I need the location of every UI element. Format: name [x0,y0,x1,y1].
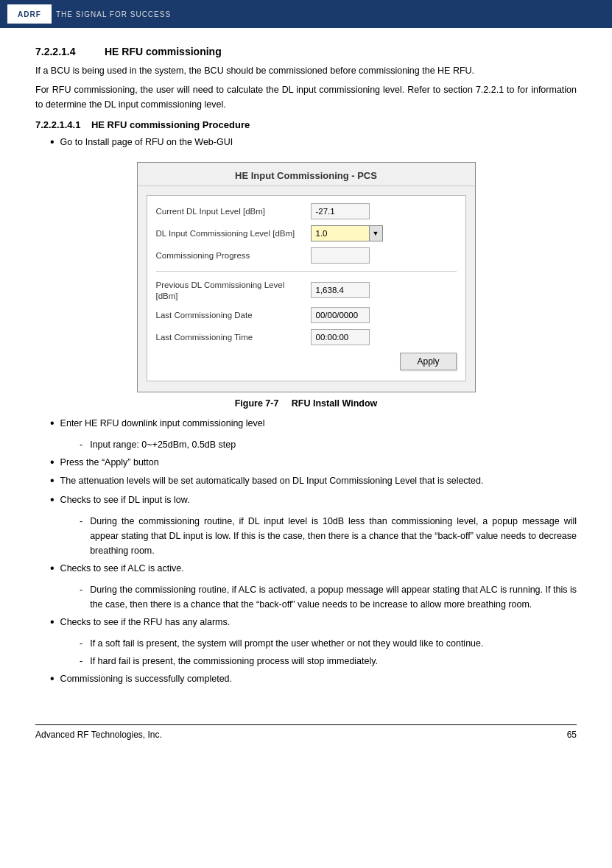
dash-list-3: During the commissioning routine, if ALC… [80,582,577,612]
figure-caption: Figure 7-7 RFU Install Window [235,398,378,409]
bullet-item-1: Go to Install page of RFU on the Web-GUI [50,135,577,150]
section-heading: 7.2.2.1.4 HE RFU commissioning [35,46,577,57]
section-para1: If a BCU is being used in the system, th… [35,63,577,78]
bullet-list-6: Checks to see if ALC is active. [50,561,577,576]
section-title: HE RFU commissioning [105,46,222,57]
dash-item-3: During the commissioning routine, if ALC… [80,582,577,612]
secondary-bullet-list: Enter HE RFU downlink input commissionin… [50,416,577,431]
footer-page: 65 [567,730,577,740]
bullet-list-7: Checks to see if the RFU has any alarms. [50,615,577,630]
subsection-number: 7.2.2.1.4.1 [35,119,80,130]
rfu-dropdown-arrow[interactable]: ▼ [370,225,383,241]
dash-item-5: If hard fail is present, the commissioni… [80,654,577,668]
rfu-row-dl-commission: DL Input Commissioning Level [dBm] 1.0 ▼ [156,225,457,241]
rfu-row-last-time: Last Commissioning Time 00:00:00 [156,329,457,345]
rfu-value-last-date: 00/00/0000 [311,307,370,323]
main-content: 7.2.2.1.4 HE RFU commissioning If a BCU … [0,28,612,710]
bullet-list-8: Commissioning is successfully completed. [50,671,577,687]
bullet-item-2-text: Enter HE RFU downlink input commissionin… [60,416,265,431]
rfu-row-last-date: Last Commissioning Date 00/00/0000 [156,307,457,323]
section-number: 7.2.2.1.4 [35,46,87,57]
rfu-window-title: HE Input Commissioning - PCS [138,170,475,186]
rfu-separator [156,271,457,272]
logo-tagline: THE SIGNAL FOR SUCCESS [56,10,171,18]
dash-list-4: If a soft fail is present, the system wi… [80,636,577,668]
main-bullet-list: Go to Install page of RFU on the Web-GUI [50,135,577,150]
dash-item-5-text: If hard fail is present, the commissioni… [90,654,378,668]
logo-box: ADRF [7,4,52,24]
rfu-value-dl-commission-container: 1.0 ▼ [311,225,383,241]
bullet-item-3-text: Press the “Apply” button [60,455,159,470]
rfu-row-current-dl: Current DL Input Level [dBm] -27.1 [156,203,457,219]
rfu-label-prev-dl: Previous DL Commissioning Level [156,280,285,289]
footer-company: Advanced RF Technologies, Inc. [35,730,162,740]
dash-item-1: Input range: 0~+25dBm, 0.5dB step [80,437,577,452]
rfu-label-dl-commission: DL Input Commissioning Level [dBm] [156,229,311,238]
bullet-item-8: Commissioning is successfully completed. [50,671,577,687]
rfu-value-prev-dl: 1,638.4 [311,282,370,298]
figure-caption-label: Figure 7-7 [235,398,279,409]
rfu-value-current-dl: -27.1 [311,203,370,219]
figure-caption-text: RFU Install Window [292,398,378,409]
bullet-item-4: The attenuation levels will be set autom… [50,473,577,489]
rfu-label-last-time: Last Commissioning Time [156,333,311,342]
dash-item-4: If a soft fail is present, the system wi… [80,636,577,651]
bullet-item-6: Checks to see if ALC is active. [50,561,577,576]
dash-item-4-text: If a soft fail is present, the system wi… [90,636,483,651]
dash-item-2: During the commissioning routine, if DL … [80,514,577,558]
dash-item-3-text: During the commissioning routine, if ALC… [90,582,577,612]
figure-container: HE Input Commissioning - PCS Current DL … [35,162,577,409]
rfu-label-current-dl: Current DL Input Level [dBm] [156,207,311,216]
bullet-item-8-text: Commissioning is successfully completed. [60,671,232,687]
rfu-value-dl-commission[interactable]: 1.0 [311,225,370,241]
rfu-label-commission-progress: Commissioning Progress [156,251,311,260]
page-footer: Advanced RF Technologies, Inc. 65 [35,724,577,740]
rfu-value-commission-progress [311,247,370,264]
rfu-value-last-time: 00:00:00 [311,329,370,345]
page-header: ADRF THE SIGNAL FOR SUCCESS [0,0,612,28]
rfu-row-commission-progress: Commissioning Progress [156,247,457,264]
company-logo: ADRF THE SIGNAL FOR SUCCESS [7,4,171,24]
rfu-window: HE Input Commissioning - PCS Current DL … [137,162,476,392]
dash-item-1-text: Input range: 0~+25dBm, 0.5dB step [90,437,236,452]
apply-button[interactable]: Apply [400,353,456,370]
dash-list-1: Input range: 0~+25dBm, 0.5dB step [80,437,577,452]
rfu-label-prev-dl-2: [dBm] [156,292,178,300]
subsection-title: HE RFU commissioning Procedure [91,119,250,130]
rfu-label-last-date: Last Commissioning Date [156,311,311,320]
bullet-item-7: Checks to see if the RFU has any alarms. [50,615,577,630]
bullet-item-5-text: Checks to see if DL input is low. [60,493,190,508]
rfu-apply-row: Apply [156,353,457,370]
bullet-item-2: Enter HE RFU downlink input commissionin… [50,416,577,431]
bullet-list-3: Press the “Apply” button The attenuation… [50,455,577,508]
dash-list-2: During the commissioning routine, if DL … [80,514,577,558]
dash-item-2-text: During the commissioning routine, if DL … [90,514,577,558]
bullet-item-7-text: Checks to see if the RFU has any alarms. [60,615,231,630]
bullet-item-1-text: Go to Install page of RFU on the Web-GUI [60,135,233,150]
section-para2: For RFU commissioning, the user will nee… [35,82,577,112]
rfu-row-prev-dl: Previous DL Commissioning Level [dBm] 1,… [156,279,457,301]
bullet-item-6-text: Checks to see if ALC is active. [60,561,184,576]
rfu-window-body: Current DL Input Level [dBm] -27.1 DL In… [147,195,466,381]
bullet-item-4-text: The attenuation levels will be set autom… [60,473,484,489]
subsection-heading: 7.2.2.1.4.1 HE RFU commissioning Procedu… [35,119,577,130]
bullet-item-5: Checks to see if DL input is low. [50,493,577,508]
bullet-item-3: Press the “Apply” button [50,455,577,470]
